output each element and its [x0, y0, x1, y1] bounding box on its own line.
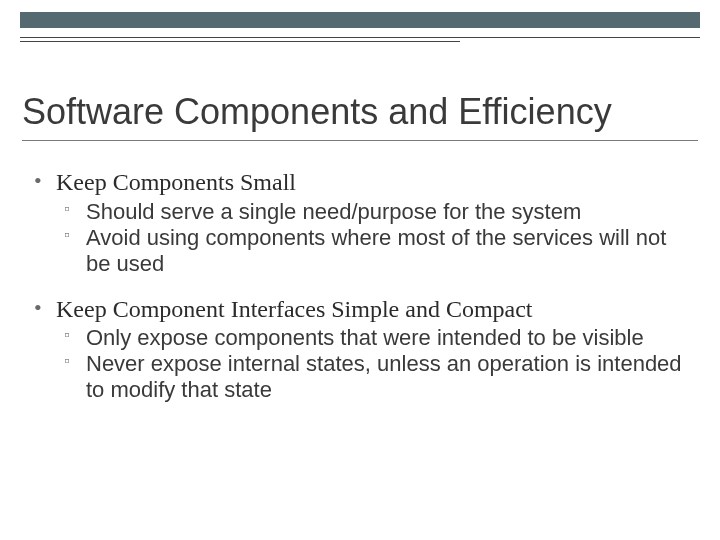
top-stripe [20, 12, 700, 28]
bullet-text: Should serve a single need/purpose for t… [86, 199, 581, 224]
rule-line-2 [20, 41, 460, 42]
slide-title: Software Components and Efficiency [22, 92, 698, 132]
bullet-level2: Should serve a single need/purpose for t… [34, 199, 690, 225]
bullet-level1: Keep Component Interfaces Simple and Com… [34, 295, 690, 324]
bullet-level2: Avoid using components where most of the… [34, 225, 690, 277]
bullet-text: Only expose components that were intende… [86, 325, 644, 350]
rule-line-1 [20, 37, 700, 38]
slide: Software Components and Efficiency Keep … [0, 0, 720, 540]
bullet-level2: Only expose components that were intende… [34, 325, 690, 351]
bullet-level2: Never expose internal states, unless an … [34, 351, 690, 403]
bullet-text: Keep Components Small [56, 169, 296, 195]
bullet-text: Keep Component Interfaces Simple and Com… [56, 296, 533, 322]
bullet-level1: Keep Components Small [34, 168, 690, 197]
bullet-text: Avoid using components where most of the… [86, 225, 666, 276]
bullet-text: Never expose internal states, unless an … [86, 351, 682, 402]
title-underline [22, 140, 698, 141]
slide-body: Keep Components Small Should serve a sin… [34, 160, 690, 403]
